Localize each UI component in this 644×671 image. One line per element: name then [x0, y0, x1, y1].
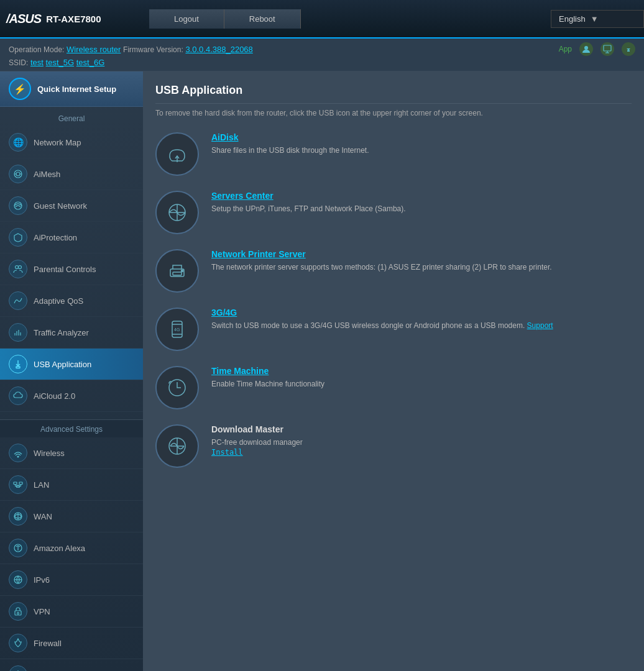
- quick-setup-icon: ⚡: [9, 78, 31, 100]
- sidebar-item-aicloud[interactable]: AiCloud 2.0: [0, 380, 143, 412]
- sidebar-item-administration[interactable]: Administration: [0, 659, 143, 671]
- reboot-button[interactable]: Reboot: [224, 9, 301, 29]
- network-printer-item: Network Printer Server The network print…: [155, 249, 632, 293]
- sidebar-item-traffic-analyzer[interactable]: Traffic Analyzer: [0, 317, 143, 349]
- firmware-label: Firmware Version:: [123, 45, 183, 54]
- network-map-icon: 🌐: [9, 133, 27, 152]
- sidebar-item-label-ipv6: IPv6: [34, 575, 50, 585]
- general-section: General 🌐 Network Map AiMesh Guest Netwo…: [0, 107, 143, 414]
- aicloud-icon: [9, 386, 27, 405]
- general-label: General: [0, 112, 143, 127]
- sidebar-item-aiprotection[interactable]: AiProtection: [0, 222, 143, 253]
- svg-point-31: [17, 613, 19, 614]
- usb-icon[interactable]: [622, 42, 635, 56]
- advanced-section: Advanced Settings Wireless LAN WAN: [0, 414, 143, 671]
- svg-rect-18: [19, 482, 22, 485]
- operation-mode-label: Operation Mode:: [9, 45, 64, 54]
- svg-point-16: [17, 456, 19, 457]
- amazon-alexa-icon: [9, 539, 27, 557]
- 3g4g-support-link[interactable]: Support: [527, 321, 553, 330]
- sidebar-item-lan[interactable]: LAN: [0, 469, 143, 501]
- sidebar-item-firewall[interactable]: Firewall: [0, 628, 143, 659]
- content-area: USB Application To remove the hard disk …: [143, 71, 644, 671]
- lang-label: English: [559, 14, 586, 24]
- sidebar-item-network-map[interactable]: 🌐 Network Map: [0, 127, 143, 158]
- ssid-1[interactable]: test: [30, 58, 44, 67]
- svg-rect-15: [16, 367, 20, 368]
- svg-point-0: [584, 46, 588, 50]
- download-master-item: Download Master PC-free download manager…: [155, 424, 632, 468]
- logout-button[interactable]: Logout: [149, 9, 224, 29]
- sidebar-item-label-aimesh: AiMesh: [34, 170, 60, 179]
- download-master-content: Download Master PC-free download manager…: [211, 424, 632, 457]
- 3g4g-content: 3G/4G Switch to USB mode to use a 3G/4G …: [211, 308, 632, 331]
- sidebar-item-adaptive-qos[interactable]: Adaptive QoS: [0, 285, 143, 317]
- traffic-analyzer-icon: [9, 323, 27, 342]
- ssid-3[interactable]: test_6G: [76, 58, 105, 67]
- quick-internet-setup[interactable]: ⚡ Quick Internet Setup: [0, 71, 143, 107]
- sidebar-item-ipv6[interactable]: IPv6: [0, 564, 143, 596]
- 3g4g-title[interactable]: 3G/4G: [211, 308, 632, 317]
- sidebar-item-label-aiprotection: AiProtection: [34, 233, 77, 242]
- info-icons: App: [559, 42, 635, 56]
- aidisk-desc: Share files in the USB disk through the …: [211, 145, 632, 156]
- ssid-2[interactable]: test_5G: [46, 58, 75, 67]
- sidebar-item-wan[interactable]: WAN: [0, 501, 143, 532]
- top-bar: /ASUS RT-AXE7800 Logout Reboot English ▼: [0, 0, 644, 39]
- logo-area: /ASUS RT-AXE7800: [0, 12, 149, 26]
- time-machine-icon: [155, 366, 199, 409]
- lang-selector[interactable]: English ▼: [551, 10, 644, 28]
- sidebar-item-label-guest-network: Guest Network: [34, 201, 87, 211]
- sidebar-item-label-adaptive-qos: Adaptive QoS: [34, 296, 83, 306]
- svg-point-10: [19, 266, 22, 269]
- svg-point-9: [16, 266, 19, 269]
- time-machine-desc: Enable Time Machine functionality: [211, 378, 632, 390]
- aidisk-content: AiDisk Share files in the USB disk throu…: [211, 132, 632, 156]
- aiprotection-icon: [9, 228, 27, 247]
- svg-rect-17: [14, 482, 17, 485]
- sidebar-item-label-usb-application: USB Application: [34, 360, 91, 369]
- wan-icon: [9, 507, 27, 526]
- sidebar-item-label-network-map: Network Map: [34, 138, 81, 147]
- aimesh-icon: [9, 165, 27, 183]
- svg-text:4G: 4G: [174, 327, 180, 332]
- sidebar-item-usb-application[interactable]: USB Application: [0, 349, 143, 380]
- sidebar-item-vpn[interactable]: VPN: [0, 596, 143, 628]
- sidebar: ⚡ Quick Internet Setup General 🌐 Network…: [0, 71, 143, 671]
- network-printer-title[interactable]: Network Printer Server: [211, 249, 632, 259]
- download-master-desc: PC-free download manager: [211, 437, 632, 448]
- servers-center-icon: [155, 191, 199, 234]
- asus-logo: /ASUS: [6, 12, 41, 26]
- info-bar: Operation Mode: Wireless router Firmware…: [0, 39, 644, 71]
- sidebar-item-amazon-alexa[interactable]: Amazon Alexa: [0, 532, 143, 564]
- sidebar-item-aimesh[interactable]: AiMesh: [0, 158, 143, 190]
- 3g4g-desc: Switch to USB mode to use a 3G/4G USB wi…: [211, 320, 632, 331]
- 3g4g-icon: 4G: [155, 308, 199, 351]
- svg-point-43: [182, 270, 183, 272]
- adaptive-qos-icon: [9, 291, 27, 310]
- ipv6-icon: [9, 570, 27, 589]
- info-bar-top: Operation Mode: Wireless router Firmware…: [9, 42, 635, 56]
- sidebar-item-label-wireless: Wireless: [34, 449, 65, 458]
- servers-center-desc: Setup the UPnP, iTunes, FTP and Network …: [211, 203, 632, 214]
- firmware-value[interactable]: 3.0.0.4.388_22068: [185, 45, 252, 54]
- sidebar-item-label-parental-controls: Parental Controls: [34, 265, 96, 274]
- aidisk-title[interactable]: AiDisk: [211, 132, 632, 142]
- sidebar-item-label-traffic-analyzer: Traffic Analyzer: [34, 328, 89, 337]
- download-master-install-link[interactable]: Install: [211, 448, 632, 457]
- usb-application-icon: [9, 355, 27, 373]
- app-label: App: [559, 45, 572, 53]
- sidebar-item-guest-network[interactable]: Guest Network: [0, 190, 143, 222]
- operation-mode-value[interactable]: Wireless router: [67, 45, 121, 54]
- sidebar-item-parental-controls[interactable]: Parental Controls: [0, 253, 143, 285]
- network-printer-icon: [155, 249, 199, 293]
- vpn-icon: [9, 602, 27, 621]
- info-text-row: Operation Mode: Wireless router Firmware…: [9, 45, 253, 54]
- aidisk-icon: [155, 132, 199, 176]
- servers-center-title[interactable]: Servers Center: [211, 191, 632, 201]
- monitor-icon[interactable]: [600, 42, 614, 56]
- time-machine-title[interactable]: Time Machine: [211, 366, 632, 376]
- user-icon[interactable]: [579, 42, 593, 56]
- sidebar-item-wireless[interactable]: Wireless: [0, 437, 143, 469]
- sidebar-item-label-firewall: Firewall: [34, 639, 62, 648]
